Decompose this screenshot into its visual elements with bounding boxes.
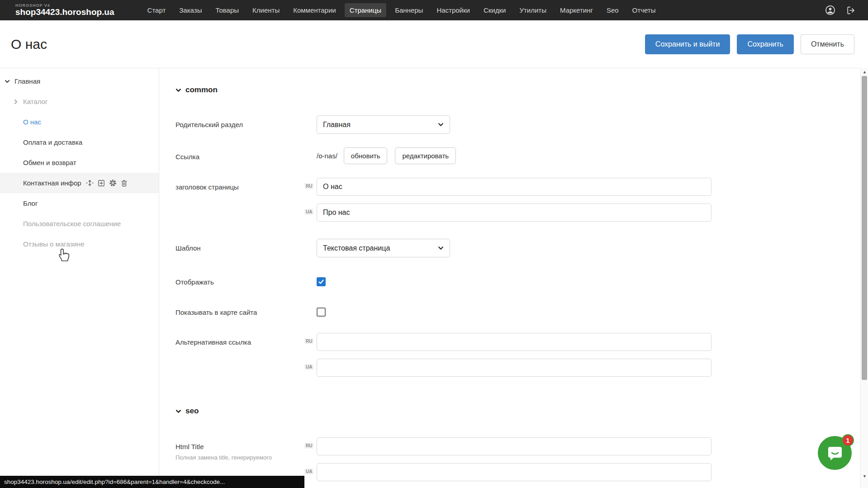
sidebar-item-label: Обмен и возврат (23, 159, 76, 166)
display-checkbox[interactable] (317, 277, 326, 286)
chat-unread-badge: 1 (842, 434, 854, 446)
common-fields: Родительский раздел Главная Ссылка /o-n (175, 115, 868, 481)
html-title-ua-input[interactable] (317, 463, 711, 481)
nav-item-zakazy[interactable]: Заказы (174, 3, 207, 17)
header-buttons: Сохранить и выйти Сохранить Отменить (645, 34, 854, 54)
scrollbar-thumb[interactable] (862, 76, 867, 380)
sidebar-item-blog[interactable]: Блог (0, 193, 159, 213)
link-row: Ссылка /o-nas/ обновить редактировать (175, 147, 868, 164)
page-title-row: заголовок страницы RU UA (175, 178, 868, 222)
sitemap-checkbox[interactable] (317, 308, 326, 317)
sidebar-item-label: Главная (14, 77, 40, 85)
alt-link-ru-input[interactable] (317, 333, 711, 351)
top-bar: HOROSHOP V4 shop34423.horoshop.ua Старт … (0, 0, 868, 20)
account-icon[interactable] (825, 5, 835, 15)
page-title-label: заголовок страницы (175, 178, 307, 192)
nav-item-klienty[interactable]: Клиенты (247, 3, 285, 17)
link-path-value: /o-nas/ (317, 152, 337, 160)
sidebar-item-otzyvy-o-magazine[interactable]: Отзывы о магазине (0, 234, 159, 254)
template-label: Шаблон (175, 239, 307, 253)
save-button[interactable]: Сохранить (737, 34, 794, 54)
lang-ru-badge: RU (304, 338, 313, 344)
link-preview-statusbar: shop34423.horoshop.ua/edit/edit.php?id=6… (0, 476, 304, 488)
html-title-row: Html Title Полная замена title, генериру… (175, 437, 868, 481)
chevron-down-icon (438, 122, 444, 128)
alt-link-label: Альтернативная ссылка (175, 333, 307, 347)
html-title-ru-input[interactable] (317, 437, 711, 455)
page-title: О нас (11, 37, 47, 52)
sidebar-item-o-nas[interactable]: О нас (0, 112, 159, 132)
display-row: Отображать (175, 273, 868, 287)
html-title-hint: Полная замена title, генерируемого (175, 454, 307, 462)
top-navigation: Старт Заказы Товары Клиенты Комментарии … (142, 3, 661, 17)
alt-link-row: Альтернативная ссылка RU UA (175, 333, 868, 377)
link-label: Ссылка (175, 147, 307, 161)
settings-gear-icon[interactable] (109, 179, 117, 187)
chevron-down-icon (175, 87, 181, 93)
cancel-button[interactable]: Отменить (801, 34, 854, 54)
parent-section-row: Родительский раздел Главная (175, 115, 868, 134)
link-refresh-button[interactable]: обновить (344, 147, 388, 164)
nav-item-otchety[interactable]: Отчеты (627, 3, 661, 17)
scroll-down-arrow-icon[interactable]: ▼ (861, 472, 868, 480)
body: Главная Каталог О нас Оплата и доставка … (0, 68, 868, 488)
chat-launcher-button[interactable]: 1 (818, 436, 852, 470)
nav-item-nastroyki[interactable]: Настройки (432, 3, 475, 17)
delete-trash-icon[interactable] (121, 180, 128, 187)
move-icon[interactable] (86, 179, 94, 187)
nav-item-kommentarii[interactable]: Комментарии (288, 3, 341, 17)
selected-value: Текстовая страница (323, 244, 390, 252)
app-window: HOROSHOP V4 shop34423.horoshop.ua Старт … (0, 0, 868, 488)
sidebar-item-obmen-i-vozvrat[interactable]: Обмен и возврат (0, 152, 159, 173)
page-edit-form: common Родительский раздел Главная (159, 68, 868, 488)
top-bar-icons (825, 5, 856, 15)
nav-item-skidki[interactable]: Скидки (479, 3, 511, 17)
sidebar-item-polzovatelskoe-soglashenie[interactable]: Пользовательское соглашение (0, 213, 159, 234)
template-select[interactable]: Текстовая страница (317, 239, 450, 257)
nav-item-seo[interactable]: Seo (602, 3, 624, 17)
add-page-icon[interactable] (98, 180, 105, 187)
sidebar-item-glavnaya[interactable]: Главная (0, 71, 159, 91)
page-header: О нас Сохранить и выйти Сохранить Отмени… (0, 20, 868, 68)
lang-ua-badge: UA (304, 209, 313, 215)
alt-link-ua-input[interactable] (317, 359, 711, 377)
section-seo-header[interactable]: seo (175, 407, 868, 416)
scroll-up-arrow-icon[interactable]: ▲ (861, 68, 868, 76)
selected-value: Главная (323, 121, 351, 129)
lang-ru-badge: RU (304, 443, 313, 449)
logout-icon[interactable] (846, 5, 856, 15)
nav-item-start[interactable]: Старт (142, 3, 171, 17)
lang-ua-badge: UA (304, 364, 313, 370)
link-edit-button[interactable]: редактировать (395, 147, 456, 164)
nav-item-utility[interactable]: Утилиты (514, 3, 551, 17)
display-label: Отображать (175, 273, 307, 287)
section-title: common (185, 85, 218, 95)
chevron-right-icon[interactable] (13, 99, 19, 104)
vertical-scrollbar[interactable]: ▲ ▼ (860, 68, 868, 488)
page-title-ua-input[interactable] (317, 204, 711, 222)
sidebar-item-label: Оплата и доставка (23, 138, 82, 146)
chevron-down-icon (438, 245, 444, 251)
parent-section-label: Родительский раздел (175, 115, 307, 129)
chevron-down-icon[interactable] (5, 79, 11, 84)
sidebar-item-kontaktnaya-informatsiya[interactable]: Контактная инфор (0, 173, 159, 193)
sidebar-item-oplata-i-dostavka[interactable]: Оплата и доставка (0, 132, 159, 152)
brand-logo[interactable]: HOROSHOP V4 shop34423.horoshop.ua (15, 4, 114, 17)
sidebar-item-katalog[interactable]: Каталог (0, 91, 159, 112)
tree-item-actions (86, 179, 128, 187)
section-common-header[interactable]: common (175, 85, 868, 95)
save-and-exit-button[interactable]: Сохранить и выйти (645, 34, 730, 54)
sidebar-item-label: Каталог (23, 98, 48, 105)
nav-item-stranitsy[interactable]: Страницы (345, 3, 386, 17)
nav-item-tovary[interactable]: Товары (210, 3, 244, 17)
statusbar-url: shop34423.horoshop.ua/edit/edit.php?id=6… (4, 479, 225, 485)
sidebar-item-label: Отзывы о магазине (23, 240, 84, 248)
page-title-ru-input[interactable] (317, 178, 711, 196)
nav-item-marketing[interactable]: Маркетинг (555, 3, 598, 17)
nav-item-bannery[interactable]: Баннеры (390, 3, 428, 17)
sidebar-item-label: Блог (23, 199, 38, 207)
parent-section-select[interactable]: Главная (317, 115, 450, 134)
sidebar-item-label: Пользовательское соглашение (23, 220, 121, 227)
section-title: seo (185, 407, 199, 416)
brand-domain: shop34423.horoshop.ua (15, 8, 114, 17)
